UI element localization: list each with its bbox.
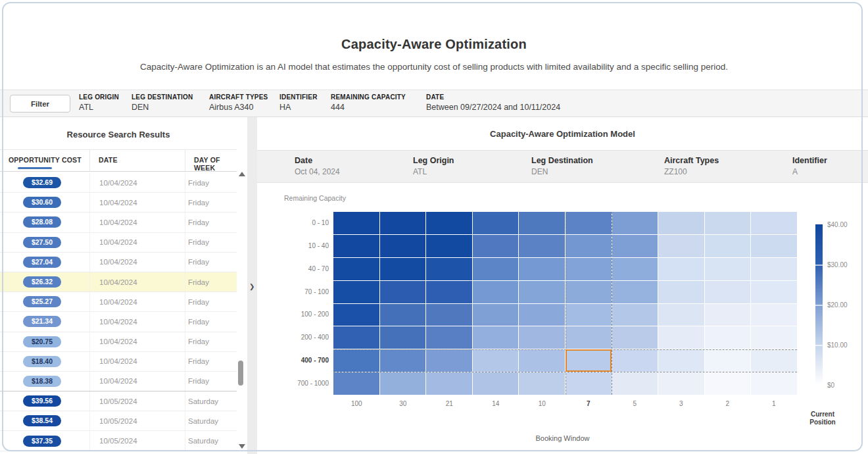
heatmap-cell-r4-c2[interactable]	[426, 304, 472, 326]
heatmap-cell-r7-c2[interactable]	[426, 372, 472, 395]
heatmap-cell-r5-c3[interactable]	[473, 326, 519, 349]
heatmap-cell-r5-c6[interactable]	[612, 326, 658, 349]
heatmap-cell-r1-c7[interactable]	[658, 235, 704, 257]
heatmap-cell-r0-c8[interactable]	[705, 212, 751, 234]
heatmap-cell-r1-c0[interactable]	[333, 235, 379, 257]
table-row[interactable]: $38.5410/05/2024Saturday	[0, 411, 237, 431]
heatmap-cell-r0-c3[interactable]	[473, 212, 519, 234]
heatmap-cell-r1-c3[interactable]	[473, 235, 519, 257]
heatmap-cell-r3-c0[interactable]	[333, 281, 379, 303]
heatmap-cell-r2-c4[interactable]	[519, 258, 565, 280]
heatmap-cell-r7-c0[interactable]	[333, 372, 379, 395]
scrollbar-thumb[interactable]	[238, 361, 243, 386]
column-header-day-of-week[interactable]: DAY OF WEEK	[185, 150, 237, 171]
heatmap-cell-r5-c2[interactable]	[426, 326, 472, 349]
heatmap-cell-r7-c5[interactable]	[566, 372, 612, 395]
heatmap-cell-r0-c1[interactable]	[380, 212, 426, 234]
scroll-down-icon[interactable]	[239, 444, 245, 449]
heatmap-cell-r2-c2[interactable]	[426, 258, 472, 280]
heatmap-cell-r0-c0[interactable]	[333, 212, 379, 234]
heatmap-cell-r3-c8[interactable]	[705, 281, 751, 303]
heatmap-cell-r7-c6[interactable]	[612, 372, 658, 395]
heatmap-cell-r4-c3[interactable]	[473, 304, 519, 326]
heatmap-cell-r6-c9[interactable]	[751, 349, 797, 372]
table-row[interactable]: $20.7510/04/2024Friday	[0, 332, 237, 352]
panel-collapse-divider[interactable]: ❯	[247, 117, 257, 454]
heatmap-cell-r6-c7[interactable]	[658, 349, 704, 372]
heatmap-cell-r2-c1[interactable]	[380, 258, 426, 280]
table-row[interactable]: $37.3510/05/2024Saturday	[0, 431, 237, 451]
heatmap-cell-r6-c2[interactable]	[426, 349, 472, 372]
heatmap-cell-r3-c3[interactable]	[473, 281, 519, 303]
heatmap-cell-r1-c4[interactable]	[519, 235, 565, 257]
heatmap-cell-r3-c9[interactable]	[751, 281, 797, 303]
heatmap-cell-r5-c9[interactable]	[751, 326, 797, 349]
heatmap-cell-r2-c3[interactable]	[473, 258, 519, 280]
table-row[interactable]: $39.5610/05/2024Saturday	[0, 391, 237, 411]
heatmap-cell-r6-c8[interactable]	[705, 349, 751, 372]
heatmap-cell-r4-c8[interactable]	[705, 304, 751, 326]
heatmap-cell-r7-c4[interactable]	[519, 372, 565, 395]
heatmap-cell-r5-c7[interactable]	[658, 326, 704, 349]
heatmap-cell-r5-c1[interactable]	[380, 326, 426, 349]
heatmap-cell-r2-c7[interactable]	[658, 258, 704, 280]
table-row[interactable]: $30.6010/04/2024Friday	[0, 193, 237, 213]
heatmap-cell-r5-c5[interactable]	[566, 326, 612, 349]
table-row[interactable]: $25.2710/04/2024Friday	[0, 292, 237, 312]
column-header-opportunity-cost[interactable]: OPPORTUNITY COST	[0, 150, 90, 171]
heatmap-cell-r6-c3[interactable]	[473, 349, 519, 372]
table-row[interactable]: $27.0410/04/2024Friday	[0, 253, 237, 272]
heatmap-cell-r1-c9[interactable]	[751, 235, 797, 257]
heatmap-cell-r2-c8[interactable]	[705, 258, 751, 280]
heatmap-cell-r4-c0[interactable]	[333, 304, 379, 326]
heatmap-cell-r5-c0[interactable]	[333, 326, 379, 349]
table-row[interactable]: $32.6910/04/2024Friday	[0, 173, 237, 193]
heatmap-cell-r6-c6[interactable]	[612, 349, 658, 372]
table-row[interactable]: $28.0810/04/2024Friday	[0, 213, 237, 232]
heatmap-cell-r1-c5[interactable]	[566, 235, 612, 257]
heatmap-cell-r0-c2[interactable]	[426, 212, 472, 234]
heatmap-cell-r1-c6[interactable]	[612, 235, 658, 257]
heatmap-cell-r0-c6[interactable]	[612, 212, 658, 234]
filter-button[interactable]: Filter	[10, 95, 70, 113]
heatmap-cell-r4-c4[interactable]	[519, 304, 565, 326]
heatmap-cell-r6-c1[interactable]	[380, 349, 426, 372]
heatmap-cell-r3-c2[interactable]	[426, 281, 472, 303]
heatmap-cell-r2-c0[interactable]	[333, 258, 379, 280]
heatmap-cell-r4-c6[interactable]	[612, 304, 658, 326]
heatmap-cell-r7-c9[interactable]	[751, 372, 797, 395]
heatmap-cell-r1-c1[interactable]	[380, 235, 426, 257]
heatmap-cell-r4-c7[interactable]	[658, 304, 704, 326]
table-row[interactable]: $27.5010/04/2024Friday	[0, 233, 237, 253]
heatmap-cell-r2-c6[interactable]	[612, 258, 658, 280]
heatmap-cell-r3-c5[interactable]	[566, 281, 612, 303]
table-row[interactable]: $18.4010/04/2024Friday	[0, 352, 237, 372]
heatmap-cell-r6-c0[interactable]	[333, 349, 379, 372]
heatmap-cell-r0-c9[interactable]	[751, 212, 797, 234]
heatmap-cell-r2-c9[interactable]	[751, 258, 797, 280]
heatmap-cell-r6-c4[interactable]	[519, 349, 565, 372]
heatmap-cell-r0-c5[interactable]	[566, 212, 612, 234]
heatmap-cell-r5-c8[interactable]	[705, 326, 751, 349]
heatmap-cell-r3-c6[interactable]	[612, 281, 658, 303]
heatmap-cell-r4-c5[interactable]	[566, 304, 612, 326]
table-row[interactable]: $21.3410/04/2024Friday	[0, 312, 237, 332]
scroll-up-icon[interactable]	[239, 172, 245, 176]
heatmap-cell-r7-c1[interactable]	[380, 372, 426, 395]
heatmap-cell-r0-c4[interactable]	[519, 212, 565, 234]
heatmap-cell-r5-c4[interactable]	[519, 326, 565, 349]
heatmap-cell-r7-c7[interactable]	[658, 372, 704, 395]
table-row[interactable]: $26.3210/04/2024Friday	[0, 272, 237, 292]
heatmap-cell-r7-c8[interactable]	[705, 372, 751, 395]
heatmap-cell-r4-c1[interactable]	[380, 304, 426, 326]
heatmap-cell-r3-c1[interactable]	[380, 281, 426, 303]
table-row[interactable]: $18.3810/04/2024Friday	[0, 372, 237, 391]
heatmap-cell-r2-c5[interactable]	[566, 258, 612, 280]
column-header-date[interactable]: DATE	[90, 150, 185, 171]
heatmap-cell-r1-c2[interactable]	[426, 235, 472, 257]
heatmap-cell-r1-c8[interactable]	[705, 235, 751, 257]
heatmap-cell-r0-c7[interactable]	[658, 212, 704, 234]
heatmap-cell-r3-c4[interactable]	[519, 281, 565, 303]
heatmap-cell-r3-c7[interactable]	[658, 281, 704, 303]
heatmap-cell-r7-c3[interactable]	[473, 372, 519, 395]
